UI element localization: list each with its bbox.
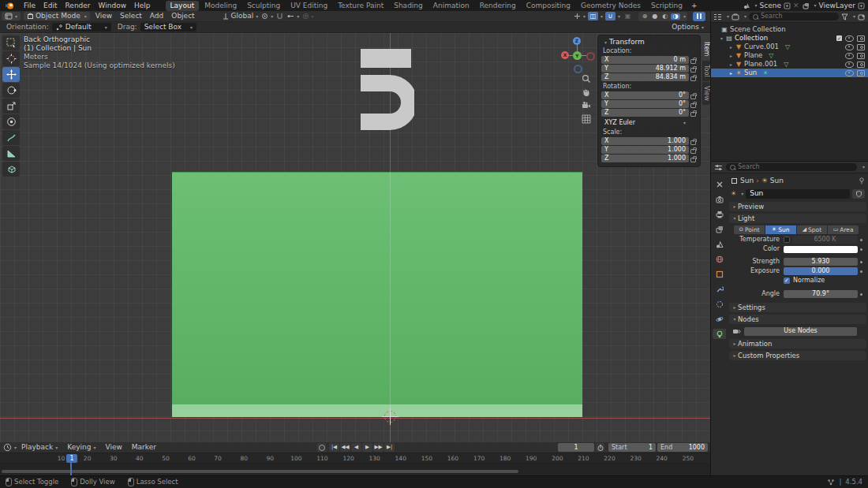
options-dropdown[interactable]: Options▾ (672, 24, 704, 31)
workspace-tab[interactable]: Geometry Nodes (576, 1, 645, 11)
scale-field[interactable]: Z1.000 (601, 155, 689, 162)
editor-type-button[interactable]: ▾ (2, 12, 21, 20)
temperature-checkbox[interactable] (784, 237, 790, 243)
show-gizmo[interactable]: ▾ (574, 13, 586, 20)
tool-cursor[interactable] (2, 51, 20, 66)
animate-dot[interactable] (858, 261, 865, 263)
green-plane-edge[interactable] (172, 404, 582, 417)
outliner-display-mode-icon[interactable] (713, 13, 722, 20)
viewport-canvas[interactable]: Back Orthographic (1) Collection | Sun M… (0, 33, 710, 442)
tab-scene[interactable] (713, 239, 726, 249)
animate-dot[interactable] (858, 239, 865, 241)
location-field[interactable]: Z84.834 m (601, 73, 689, 81)
timeline-editor-icon[interactable] (3, 443, 12, 452)
green-plane-object[interactable] (172, 172, 582, 405)
preview-panel-header[interactable]: ▸Preview (729, 202, 866, 211)
render-visibility-icon[interactable] (857, 70, 865, 76)
pause-render-button[interactable] (693, 12, 705, 21)
pivot-point[interactable]: ▾ (261, 13, 273, 20)
zoom-view-icon[interactable] (582, 74, 591, 84)
lock-icon[interactable] (689, 65, 697, 73)
add-workspace-button[interactable]: + (687, 0, 702, 11)
render-visibility-icon[interactable] (857, 44, 865, 50)
properties-editor-icon[interactable] (714, 164, 723, 171)
pin-icon[interactable] (859, 177, 865, 184)
disclosure-icon[interactable]: ▾ (718, 36, 725, 41)
light-type-button[interactable]: ☀Sun (765, 225, 796, 234)
rotation-field[interactable]: Z0° (601, 109, 689, 117)
rotation-field[interactable]: Y0° (601, 100, 689, 108)
menu-item[interactable]: File (20, 0, 39, 11)
frame-end-field[interactable]: End1000 (657, 443, 708, 452)
snap-toggle[interactable] (276, 13, 283, 20)
lock-icon[interactable] (689, 147, 697, 154)
fake-user-button[interactable] (852, 189, 865, 199)
breadcrumb-data[interactable]: Sun (770, 177, 784, 184)
transform-orientation[interactable]: Global▾ (223, 13, 259, 20)
viewlayer-selector[interactable]: ▾ ViewLayer (803, 2, 865, 9)
viewport-menu-item[interactable]: Select (116, 13, 146, 20)
timeline-menu-item[interactable]: Playback▾ (17, 444, 62, 451)
animation-panel-header[interactable]: ▸Animation (729, 339, 866, 348)
new-collection-icon[interactable] (858, 13, 866, 20)
workspace-tab[interactable]: Texture Paint (333, 1, 388, 11)
viewport-menu-item[interactable]: Add (146, 13, 167, 20)
workspace-tab[interactable]: Compositing (522, 1, 575, 11)
drag-dropdown[interactable]: Select Box▾ (140, 23, 196, 32)
tab-view-layer[interactable] (713, 224, 726, 234)
extensions-status-icon[interactable] (827, 479, 835, 486)
blender-logo[interactable] (5, 2, 15, 9)
delete-scene-icon[interactable]: ✕ (793, 2, 799, 9)
lock-icon[interactable] (689, 138, 697, 145)
menu-item[interactable]: Help (130, 0, 155, 11)
outliner-filter-icon[interactable] (731, 13, 739, 20)
playback-button[interactable]: ▶▶ (373, 443, 383, 452)
workspace-tab[interactable]: Animation (428, 1, 474, 11)
disclosure-icon[interactable]: ▸ (728, 62, 735, 67)
timeline-menu-item[interactable]: Keying▾ (62, 444, 100, 451)
render-visibility-icon[interactable] (857, 35, 865, 42)
outliner-row-sun[interactable]: ▸ ☀ Sun ☀ (711, 69, 868, 77)
scale-field[interactable]: Y1.000 (601, 146, 689, 154)
tab-output[interactable] (713, 209, 726, 219)
outliner-row-scene-collection[interactable]: ▣ Scene Collection (711, 25, 868, 34)
light-type-button[interactable]: ◢Spot (797, 225, 828, 234)
light-panel-header[interactable]: ▾Light (729, 214, 866, 223)
funnel-icon[interactable] (841, 13, 848, 20)
tool-measure[interactable] (2, 146, 20, 161)
shading-solid[interactable]: ● (650, 13, 660, 20)
new-viewlayer-icon[interactable] (858, 2, 865, 9)
hide-eye-icon[interactable] (845, 70, 854, 76)
timeline-scrollbar[interactable] (2, 470, 518, 473)
rotation-mode-dropdown[interactable]: XYZ Euler▾ (601, 118, 689, 127)
render-visibility-icon[interactable] (857, 53, 865, 59)
viewport-menu-item[interactable]: Object (167, 13, 198, 20)
disclosure-icon[interactable]: ▸ (728, 71, 735, 76)
playback-button[interactable]: ◀◀ (340, 443, 350, 452)
sidebar-tab[interactable]: View (702, 82, 710, 105)
playhead-line[interactable] (70, 463, 72, 475)
orientation-dropdown[interactable]: Default▾ (52, 23, 111, 32)
collection-checkbox[interactable]: ✓ (836, 35, 842, 41)
timeline-menu-item[interactable]: Marker▾ (127, 444, 161, 451)
lock-icon[interactable] (689, 110, 697, 117)
tab-tool[interactable] (713, 179, 726, 189)
tab-constraints[interactable] (713, 299, 726, 309)
animate-dot[interactable] (858, 293, 865, 296)
menu-item[interactable]: Render (62, 0, 95, 11)
playback-button[interactable]: ◀ (351, 443, 361, 452)
workspace-tab[interactable]: Scripting (646, 1, 687, 11)
viewport-menu-item[interactable]: View (92, 13, 116, 20)
light-type-button[interactable]: ⊙Point (734, 225, 765, 234)
scale-field[interactable]: X1.000 (601, 137, 689, 145)
hide-eye-icon[interactable] (845, 61, 854, 68)
outliner-search[interactable]: Search (749, 13, 839, 20)
strength-field[interactable]: 5.930 (784, 258, 858, 266)
tool-add-cube[interactable] (2, 162, 20, 177)
current-frame-marker[interactable]: 1 (66, 454, 77, 463)
tool-move[interactable] (2, 67, 20, 82)
lock-icon[interactable] (689, 74, 697, 81)
workspace-tab[interactable]: Modeling (200, 1, 241, 11)
outliner-row-plane[interactable]: ▸ ▼ Plane ▽ (711, 51, 868, 60)
lock-icon[interactable] (689, 101, 697, 108)
